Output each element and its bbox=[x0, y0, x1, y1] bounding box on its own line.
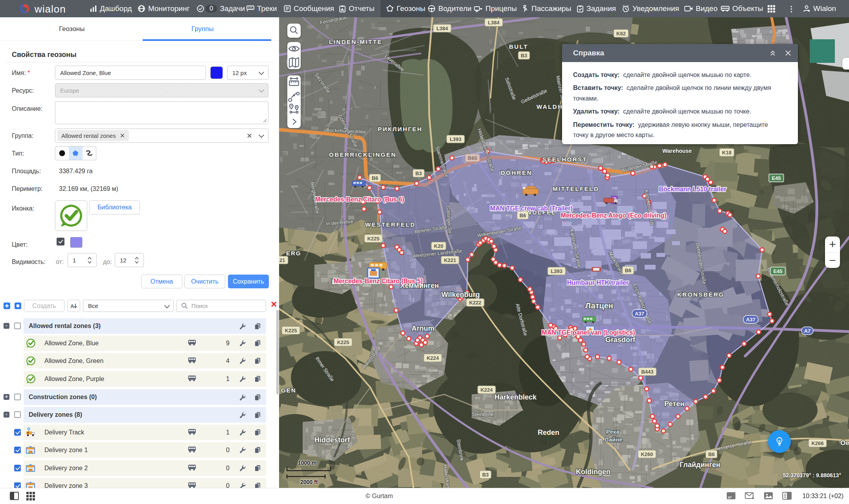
svg-text:A: A bbox=[70, 303, 74, 309]
